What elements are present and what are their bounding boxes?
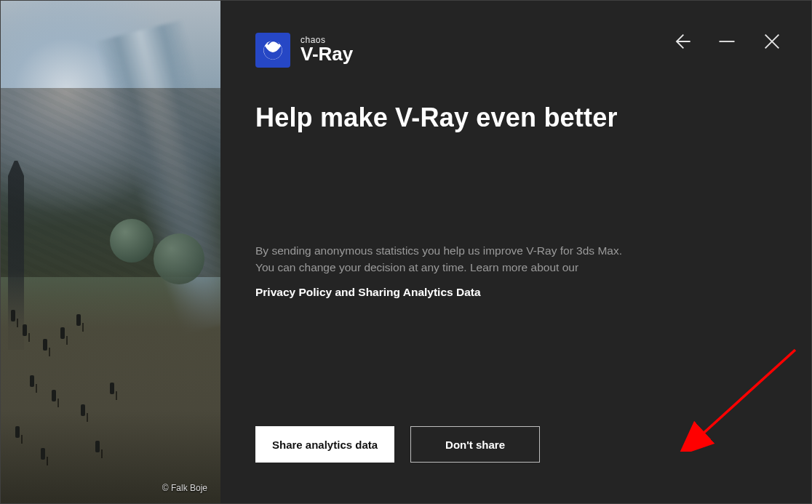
hero-image: © Falk Boje: [1, 1, 220, 503]
window-controls: [672, 31, 782, 52]
minimize-icon[interactable]: [717, 31, 737, 52]
description: By sending anonymous statistics you help…: [255, 242, 706, 300]
action-row: Share analytics data Don't share: [255, 426, 540, 463]
annotation-arrow-icon: [679, 343, 810, 452]
vray-logo-icon: [255, 33, 290, 68]
image-credit: © Falk Boje: [1, 483, 220, 493]
description-line2: You can change your decision at any time…: [255, 261, 578, 273]
dont-share-button[interactable]: Don't share: [410, 426, 540, 463]
brand-text: chaos V-Ray: [300, 36, 353, 64]
installer-dialog: © Falk Boje chaos V: [0, 0, 812, 504]
share-analytics-button[interactable]: Share analytics data: [255, 426, 394, 463]
close-icon[interactable]: [762, 31, 782, 52]
description-line1: By sending anonymous statistics you help…: [255, 244, 622, 257]
page-title: Help make V-Ray even better: [255, 103, 769, 133]
back-arrow-icon[interactable]: [672, 31, 692, 52]
brand-name: V-Ray: [300, 44, 353, 64]
content-panel: chaos V-Ray Help make V-Ray even better …: [220, 1, 811, 503]
svg-line-1: [701, 350, 795, 436]
privacy-link[interactable]: Privacy Policy and Sharing Analytics Dat…: [255, 284, 706, 300]
